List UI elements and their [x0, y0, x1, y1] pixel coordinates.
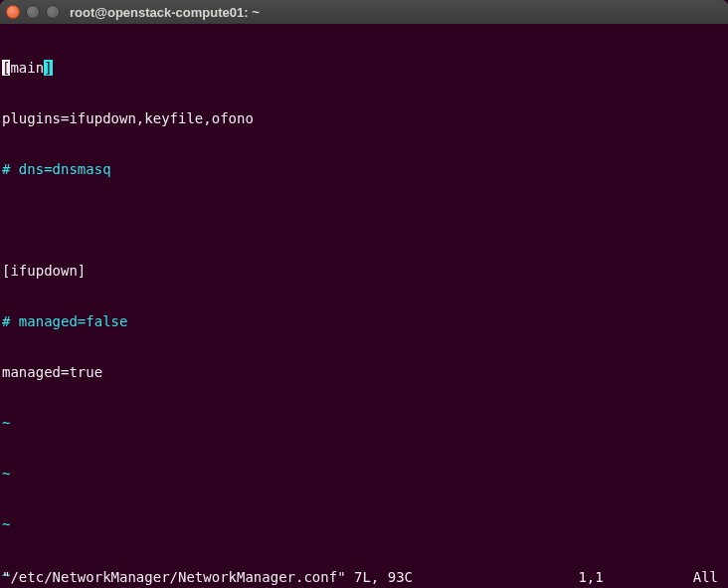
file-line-comment: # managed=false: [2, 313, 726, 330]
maximize-icon[interactable]: [46, 5, 60, 19]
file-line: [2, 212, 726, 229]
status-file-info: "/etc/NetworkManager/NetworkManager.conf…: [2, 569, 413, 586]
minimize-icon[interactable]: [26, 5, 40, 19]
empty-line-tilde: ~: [2, 516, 726, 533]
file-line: [main]: [2, 60, 726, 77]
file-line: managed=true: [2, 364, 726, 381]
empty-line-tilde: ~: [2, 466, 726, 483]
close-icon[interactable]: [6, 5, 20, 19]
file-line: plugins=ifupdown,keyfile,ofono: [2, 110, 726, 127]
empty-line-tilde: ~: [2, 415, 726, 432]
status-scroll: All: [693, 569, 726, 586]
file-line-comment: # dns=dnsmasq: [2, 161, 726, 178]
bracket-match: ]: [44, 60, 52, 76]
window-title: root@openstack-compute01: ~: [70, 5, 260, 20]
window-buttons: [6, 5, 60, 19]
status-cursor-pos: 1,1: [578, 569, 692, 586]
section-name: main: [10, 60, 44, 76]
titlebar[interactable]: root@openstack-compute01: ~: [0, 0, 728, 24]
vim-status-line: "/etc/NetworkManager/NetworkManager.conf…: [2, 569, 726, 586]
status-spacer: [413, 569, 578, 586]
terminal-area[interactable]: [main] plugins=ifupdown,keyfile,ofono # …: [0, 24, 728, 588]
file-line: [ifupdown]: [2, 263, 726, 280]
